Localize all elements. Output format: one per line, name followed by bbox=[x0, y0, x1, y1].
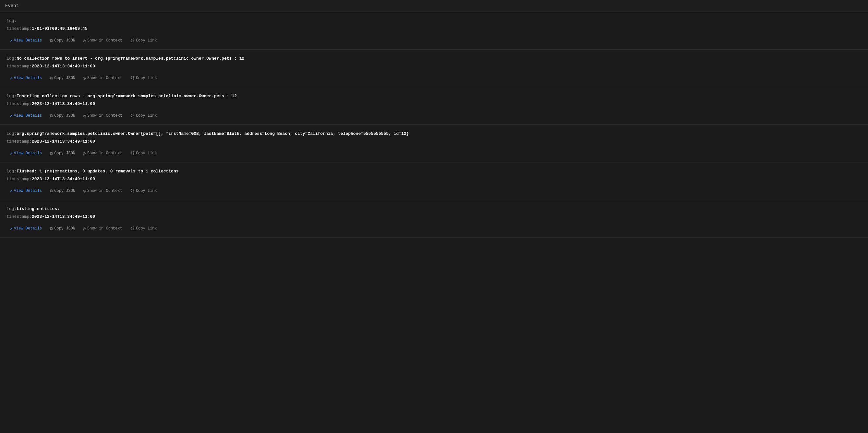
copy-link-label: Copy Link bbox=[136, 113, 157, 118]
copy-link-icon: ⛓ bbox=[130, 189, 134, 194]
copy-json-icon: ⧉ bbox=[50, 38, 53, 43]
view-details-label: View Details bbox=[14, 226, 42, 231]
copy-link-icon: ⛓ bbox=[130, 151, 134, 156]
view-details-icon: ↗ bbox=[10, 226, 12, 231]
event-field: log:Flushed: 1 (re)creations, 0 updates,… bbox=[6, 168, 862, 175]
field-key: timestamp: bbox=[6, 101, 32, 106]
field-key: log: bbox=[6, 169, 17, 174]
copy-link-button[interactable]: ⛓Copy Link bbox=[127, 37, 160, 45]
copy-json-label: Copy JSON bbox=[54, 189, 75, 193]
event-field: timestamp:2023-12-14T13:34:49+11:00 bbox=[6, 101, 862, 107]
field-key: log: bbox=[6, 131, 17, 136]
copy-json-label: Copy JSON bbox=[54, 76, 75, 80]
copy-json-button[interactable]: ⧉Copy JSON bbox=[46, 74, 79, 82]
event-field: timestamp:2023-12-14T13:34:49+11:00 bbox=[6, 176, 862, 182]
event-item: log:Listing entities:timestamp:2023-12-1… bbox=[0, 200, 868, 238]
show-in-context-label: Show in Context bbox=[87, 113, 122, 118]
show-in-context-icon: ◎ bbox=[83, 113, 86, 118]
copy-link-icon: ⛓ bbox=[130, 76, 134, 81]
action-bar: ↗View Details⧉Copy JSON◎Show in Context⛓… bbox=[6, 36, 862, 45]
field-value: 2023-12-14T13:34:49+11:00 bbox=[32, 214, 95, 219]
field-key: log: bbox=[6, 56, 17, 61]
view-details-icon: ↗ bbox=[10, 113, 12, 118]
action-bar: ↗View Details⧉Copy JSON◎Show in Context⛓… bbox=[6, 149, 862, 158]
field-value: 2023-12-14T13:34:49+11:00 bbox=[32, 139, 95, 144]
event-field: log: bbox=[6, 18, 862, 24]
copy-json-button[interactable]: ⧉Copy JSON bbox=[46, 112, 79, 120]
view-details-button[interactable]: ↗View Details bbox=[6, 36, 45, 45]
field-key: log: bbox=[6, 94, 17, 99]
copy-json-button[interactable]: ⧉Copy JSON bbox=[46, 37, 79, 45]
field-value: Flushed: 1 (re)creations, 0 updates, 0 r… bbox=[17, 169, 178, 174]
event-list: log:timestamp:1-01-01T09:49:16+09:45↗Vie… bbox=[0, 12, 868, 238]
copy-link-icon: ⛓ bbox=[130, 38, 134, 43]
view-details-icon: ↗ bbox=[10, 75, 12, 81]
copy-json-button[interactable]: ⧉Copy JSON bbox=[46, 225, 79, 233]
view-details-button[interactable]: ↗View Details bbox=[6, 149, 45, 158]
copy-json-icon: ⧉ bbox=[50, 189, 53, 194]
copy-link-button[interactable]: ⛓Copy Link bbox=[127, 74, 160, 82]
view-details-button[interactable]: ↗View Details bbox=[6, 111, 45, 120]
show-in-context-button[interactable]: ◎Show in Context bbox=[80, 187, 126, 195]
view-details-label: View Details bbox=[14, 38, 42, 43]
action-bar: ↗View Details⧉Copy JSON◎Show in Context⛓… bbox=[6, 74, 862, 82]
event-field: timestamp:2023-12-14T13:34:49+11:00 bbox=[6, 63, 862, 70]
show-in-context-label: Show in Context bbox=[87, 151, 122, 156]
field-value: No collection rows to insert - org.sprin… bbox=[17, 56, 244, 61]
view-details-label: View Details bbox=[14, 151, 42, 156]
page-header: Event bbox=[0, 0, 868, 12]
copy-json-label: Copy JSON bbox=[54, 113, 75, 118]
event-item: log:Flushed: 1 (re)creations, 0 updates,… bbox=[0, 162, 868, 200]
copy-link-label: Copy Link bbox=[136, 76, 157, 80]
copy-json-icon: ⧉ bbox=[50, 76, 53, 81]
action-bar: ↗View Details⧉Copy JSON◎Show in Context⛓… bbox=[6, 224, 862, 233]
copy-link-label: Copy Link bbox=[136, 226, 157, 231]
show-in-context-icon: ◎ bbox=[83, 188, 86, 194]
field-key: timestamp: bbox=[6, 64, 32, 69]
field-value: org.springframework.samples.petclinic.ow… bbox=[17, 131, 409, 136]
field-key: timestamp: bbox=[6, 214, 32, 219]
copy-json-icon: ⧉ bbox=[50, 226, 53, 231]
view-details-button[interactable]: ↗View Details bbox=[6, 74, 45, 82]
copy-link-button[interactable]: ⛓Copy Link bbox=[127, 225, 160, 233]
copy-link-label: Copy Link bbox=[136, 38, 157, 43]
field-value: Listing entities: bbox=[17, 206, 60, 211]
field-value: 2023-12-14T13:34:49+11:00 bbox=[32, 177, 95, 181]
event-item: log:No collection rows to insert - org.s… bbox=[0, 49, 868, 87]
view-details-label: View Details bbox=[14, 76, 42, 80]
copy-link-label: Copy Link bbox=[136, 151, 157, 156]
event-item: log:timestamp:1-01-01T09:49:16+09:45↗Vie… bbox=[0, 12, 868, 49]
show-in-context-button[interactable]: ◎Show in Context bbox=[80, 111, 126, 120]
view-details-label: View Details bbox=[14, 113, 42, 118]
copy-link-button[interactable]: ⛓Copy Link bbox=[127, 187, 160, 195]
copy-link-button[interactable]: ⛓Copy Link bbox=[127, 149, 160, 158]
event-field: log:No collection rows to insert - org.s… bbox=[6, 56, 862, 62]
copy-link-icon: ⛓ bbox=[130, 113, 134, 118]
view-details-icon: ↗ bbox=[10, 188, 12, 194]
event-item: log:org.springframework.samples.petclini… bbox=[0, 125, 868, 162]
show-in-context-icon: ◎ bbox=[83, 38, 86, 43]
action-bar: ↗View Details⧉Copy JSON◎Show in Context⛓… bbox=[6, 187, 862, 195]
show-in-context-button[interactable]: ◎Show in Context bbox=[80, 74, 126, 82]
view-details-icon: ↗ bbox=[10, 38, 12, 43]
show-in-context-icon: ◎ bbox=[83, 75, 86, 81]
copy-json-button[interactable]: ⧉Copy JSON bbox=[46, 187, 79, 195]
action-bar: ↗View Details⧉Copy JSON◎Show in Context⛓… bbox=[6, 111, 862, 120]
event-field: timestamp:2023-12-14T13:34:49+11:00 bbox=[6, 138, 862, 145]
view-details-label: View Details bbox=[14, 189, 42, 193]
field-value: Inserting collection rows - org.springfr… bbox=[17, 94, 237, 99]
show-in-context-label: Show in Context bbox=[87, 226, 122, 231]
show-in-context-label: Show in Context bbox=[87, 38, 122, 43]
copy-link-button[interactable]: ⛓Copy Link bbox=[127, 112, 160, 120]
show-in-context-button[interactable]: ◎Show in Context bbox=[80, 149, 126, 158]
view-details-button[interactable]: ↗View Details bbox=[6, 187, 45, 195]
show-in-context-button[interactable]: ◎Show in Context bbox=[80, 36, 126, 45]
field-key: timestamp: bbox=[6, 177, 32, 181]
copy-json-icon: ⧉ bbox=[50, 151, 53, 156]
show-in-context-label: Show in Context bbox=[87, 76, 122, 80]
copy-link-icon: ⛓ bbox=[130, 226, 134, 231]
event-field: timestamp:1-01-01T09:49:16+09:45 bbox=[6, 26, 862, 32]
show-in-context-button[interactable]: ◎Show in Context bbox=[80, 224, 126, 233]
copy-json-button[interactable]: ⧉Copy JSON bbox=[46, 149, 79, 158]
view-details-button[interactable]: ↗View Details bbox=[6, 224, 45, 233]
